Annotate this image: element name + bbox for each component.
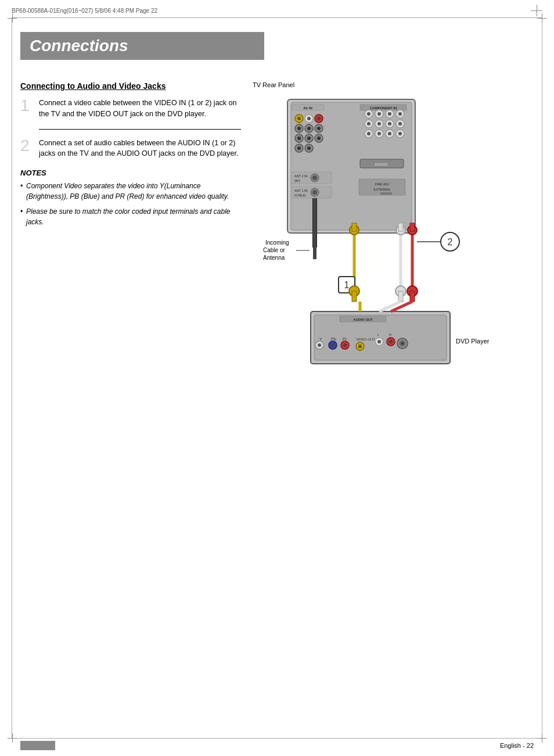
svg-point-112 [377, 340, 381, 343]
svg-text:ANT 2 IN: ANT 2 IN [294, 174, 308, 178]
svg-text:COMPONENT IN: COMPONENT IN [370, 106, 397, 110]
svg-text:Pr: Pr [343, 337, 347, 341]
svg-point-33 [398, 122, 402, 126]
print-header: BP68-00588A-01Eng(016~027) 5/8/06 4:48 P… [12, 5, 542, 16]
step-1-row: 1 Connect a video cable between the VIDE… [20, 98, 241, 120]
svg-text:RS232C: RS232C [375, 163, 388, 166]
crosshair-bl [8, 733, 17, 743]
svg-text:1: 1 [344, 280, 350, 290]
svg-rect-67 [380, 192, 392, 195]
svg-text:(CABLE): (CABLE) [294, 194, 306, 197]
notes-title: NOTES [20, 169, 241, 177]
footer: English - 22 [20, 741, 534, 750]
svg-text:FINE ADJ: FINE ADJ [375, 182, 389, 186]
crosshair-br [537, 733, 546, 743]
svg-point-13 [367, 112, 370, 116]
step-1-number: 1 [20, 98, 33, 120]
svg-point-49 [297, 146, 301, 150]
svg-point-15 [377, 112, 381, 116]
svg-point-21 [297, 127, 301, 130]
svg-rect-74 [352, 223, 357, 231]
svg-rect-93 [410, 291, 415, 302]
svg-point-103 [331, 343, 334, 347]
svg-point-25 [317, 127, 321, 130]
svg-point-35 [297, 137, 301, 140]
footer-text: English - 22 [500, 742, 534, 749]
note-item-1: Component Video separates the video into… [20, 181, 241, 202]
step-divider [39, 129, 241, 130]
svg-text:AV IN: AV IN [303, 106, 312, 110]
svg-text:VIDEO OUT: VIDEO OUT [356, 338, 375, 341]
border-left [12, 17, 12, 739]
svg-point-51 [307, 146, 311, 150]
svg-point-39 [317, 137, 321, 140]
border-right [542, 17, 542, 739]
svg-point-118 [401, 342, 404, 345]
svg-text:Pb: Pb [331, 337, 336, 341]
step-2-text: Connect a set of audio cables between th… [39, 138, 241, 160]
svg-text:Cable or: Cable or [263, 247, 285, 253]
footer-bar [20, 741, 55, 750]
left-column: Connecting to Audio and Video Jacks 1 Co… [20, 81, 241, 727]
svg-point-109 [358, 345, 362, 348]
svg-point-45 [388, 132, 391, 135]
svg-text:(RF): (RF) [294, 179, 300, 182]
svg-point-41 [367, 132, 370, 135]
svg-point-58 [312, 175, 317, 180]
right-column: TV Rear Panel COMPONENT IN AV IN [253, 81, 534, 727]
step-2-row: 2 Connect a set of audio cables between … [20, 138, 241, 160]
notes-section: NOTES Component Video separates the vide… [20, 169, 241, 227]
svg-point-100 [318, 343, 321, 347]
svg-point-19 [398, 112, 402, 116]
svg-rect-78 [410, 223, 415, 231]
svg-text:Y: Y [319, 337, 322, 341]
main-content: Connecting to Audio and Video Jacks 1 Co… [20, 81, 534, 727]
svg-point-106 [343, 343, 347, 347]
border-bottom [12, 738, 542, 739]
svg-point-23 [307, 127, 311, 130]
connection-diagram: COMPONENT IN AV IN [253, 91, 497, 393]
svg-text:DVD Player: DVD Player [456, 338, 490, 345]
title-bar: Connections [20, 32, 264, 60]
svg-text:R: R [389, 333, 392, 336]
svg-point-7 [297, 117, 301, 120]
svg-text:AUDIO OUT: AUDIO OUT [353, 318, 373, 321]
crosshair-tl [8, 13, 17, 23]
svg-text:Incoming: Incoming [265, 239, 289, 246]
page-title: Connections [30, 37, 255, 55]
svg-point-47 [398, 132, 402, 135]
svg-point-63 [312, 190, 317, 195]
step-2-number: 2 [20, 138, 33, 160]
section-heading: Connecting to Audio and Video Jacks [20, 81, 241, 91]
step-1-text: Connect a video cable between the VIDEO … [39, 98, 241, 120]
svg-point-43 [377, 132, 381, 135]
svg-point-9 [307, 117, 311, 120]
tv-panel-label: TV Rear Panel [253, 81, 534, 88]
svg-text:ANT 1 IN: ANT 1 IN [294, 189, 308, 192]
svg-text:Antenna: Antenna [263, 255, 285, 261]
svg-point-31 [388, 122, 391, 126]
title-section: Connections [20, 32, 264, 60]
svg-rect-89 [352, 291, 357, 302]
svg-text:2: 2 [448, 237, 453, 247]
note-item-2: Please be sure to match the color coded … [20, 206, 241, 227]
svg-rect-91 [398, 291, 403, 302]
svg-text:EXTERNAL: EXTERNAL [373, 188, 390, 191]
notes-list: Component Video separates the video into… [20, 181, 241, 227]
crosshair-tr [537, 13, 546, 23]
svg-point-29 [377, 122, 381, 126]
svg-point-11 [317, 117, 321, 120]
border-top [12, 17, 542, 18]
svg-point-37 [307, 137, 311, 140]
svg-rect-76 [398, 223, 403, 231]
print-info: BP68-00588A-01Eng(016~027) 5/8/06 4:48 P… [12, 8, 157, 14]
svg-point-17 [388, 112, 391, 116]
svg-point-115 [389, 340, 393, 343]
svg-point-27 [367, 122, 370, 126]
